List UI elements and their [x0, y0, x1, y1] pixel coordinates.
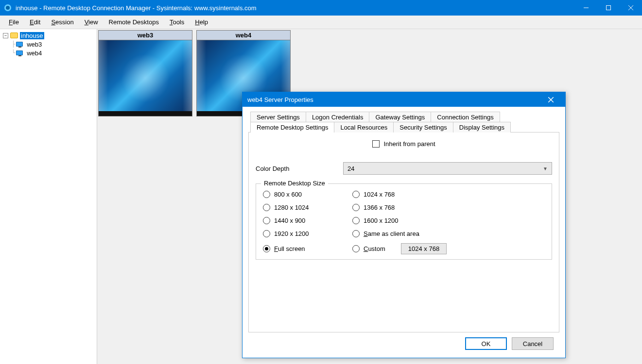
- minimize-button[interactable]: [575, 0, 597, 16]
- menu-session[interactable]: Session: [46, 17, 78, 27]
- tab-connection-settings[interactable]: Connection Settings: [431, 112, 500, 122]
- menu-help[interactable]: Help: [190, 17, 213, 27]
- thumbnail-web3[interactable]: web3: [98, 30, 192, 116]
- tree-root-inhouse[interactable]: − inhouse: [1, 31, 96, 40]
- thumbnail-title: web3: [99, 31, 192, 40]
- radio-1920x1200[interactable]: [263, 230, 270, 237]
- remote-desktop-size-group: Remote Desktop Size 800 x 600 1024 x 768…: [256, 183, 552, 260]
- group-legend: Remote Desktop Size: [261, 180, 328, 187]
- menu-file[interactable]: File: [4, 17, 24, 27]
- tree-label: inhouse: [20, 32, 44, 39]
- menu-tools[interactable]: Tools: [165, 17, 189, 27]
- server-tree: − inhouse ├ web3 └ web4: [0, 29, 97, 364]
- thumbnail-preview: [99, 40, 192, 116]
- tab-security-settings[interactable]: Security Settings: [394, 122, 453, 132]
- tree-expander[interactable]: −: [3, 33, 8, 38]
- close-button[interactable]: [620, 0, 642, 16]
- window-title: inhouse - Remote Desktop Connection Mana…: [16, 4, 575, 12]
- tab-panel: Inherit from parent Color Depth 24 ▼ Rem…: [248, 132, 559, 332]
- inherit-label: Inherit from parent: [383, 140, 435, 148]
- radio-1440x900[interactable]: [263, 217, 270, 224]
- tab-gateway-settings[interactable]: Gateway Settings: [369, 112, 431, 122]
- color-depth-value: 24: [347, 165, 354, 172]
- thumbnail-title: web4: [197, 31, 290, 40]
- custom-size-input[interactable]: 1024 x 768: [401, 243, 447, 254]
- monitor-icon: [16, 42, 23, 47]
- tab-remote-desktop-settings[interactable]: Remote Desktop Settings: [251, 122, 334, 132]
- monitor-icon: [16, 50, 23, 55]
- app-icon: [4, 4, 12, 12]
- server-properties-dialog: web4 Server Properties Server Settings L…: [242, 92, 566, 358]
- dialog-close-button[interactable]: [541, 97, 560, 102]
- tree-label: web4: [26, 50, 43, 57]
- menu-view[interactable]: View: [80, 17, 103, 27]
- menubar: File Edit Session View Remote Desktops T…: [0, 16, 642, 29]
- cancel-button[interactable]: Cancel: [512, 337, 554, 350]
- radio-same-as-client[interactable]: [352, 230, 360, 237]
- ok-button[interactable]: OK: [465, 337, 507, 350]
- color-depth-select[interactable]: 24 ▼: [343, 162, 552, 175]
- chevron-down-icon: ▼: [543, 166, 548, 171]
- radio-1024x768[interactable]: [352, 191, 360, 198]
- window-titlebar: inhouse - Remote Desktop Connection Mana…: [0, 0, 642, 16]
- dialog-titlebar: web4 Server Properties: [243, 92, 565, 107]
- radio-800x600[interactable]: [263, 191, 270, 198]
- folder-icon: [10, 33, 18, 38]
- radio-1600x1200[interactable]: [352, 217, 360, 224]
- radio-1280x1024[interactable]: [263, 204, 270, 211]
- svg-point-1: [6, 6, 10, 10]
- dialog-tabs: Server Settings Logon Credentials Gatewa…: [248, 112, 559, 132]
- tab-server-settings[interactable]: Server Settings: [251, 112, 306, 122]
- radio-custom[interactable]: [352, 245, 360, 252]
- tab-local-resources[interactable]: Local Resources: [334, 122, 394, 132]
- radio-1366x768[interactable]: [352, 204, 360, 211]
- maximize-button[interactable]: [597, 0, 620, 16]
- color-depth-label: Color Depth: [256, 165, 343, 172]
- tab-logon-credentials[interactable]: Logon Credentials: [306, 112, 370, 122]
- radio-full-screen[interactable]: [263, 245, 270, 252]
- inherit-checkbox[interactable]: [372, 140, 380, 148]
- menu-edit[interactable]: Edit: [25, 17, 45, 27]
- tree-item-web3[interactable]: ├ web3: [1, 40, 96, 49]
- tree-label: web3: [26, 41, 43, 48]
- tree-item-web4[interactable]: └ web4: [1, 49, 96, 57]
- tab-display-settings[interactable]: Display Settings: [453, 122, 511, 132]
- menu-remote-desktops[interactable]: Remote Desktops: [104, 17, 164, 27]
- svg-rect-3: [607, 6, 611, 10]
- dialog-title: web4 Server Properties: [247, 96, 313, 103]
